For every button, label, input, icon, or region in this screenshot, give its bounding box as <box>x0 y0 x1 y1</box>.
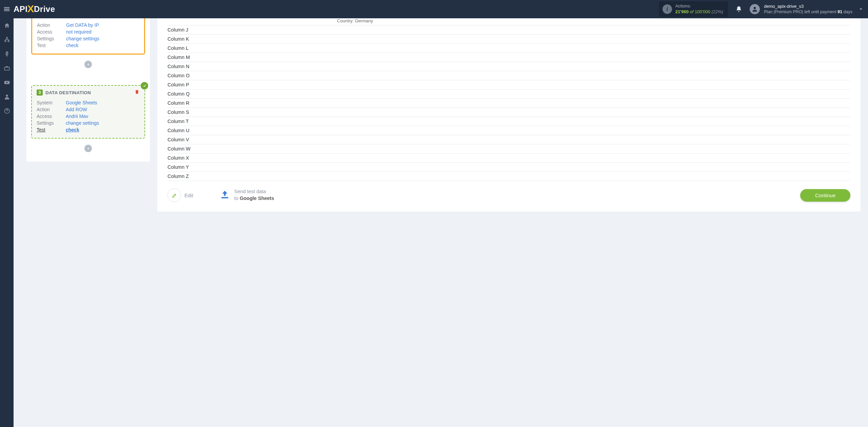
rail-connections[interactable] <box>0 33 14 47</box>
app-header: API X Drive i Actions: 21'960 of 100'000… <box>0 0 868 18</box>
table-row: Column O <box>167 71 850 80</box>
actions-label: Actions: <box>675 3 724 9</box>
row-link[interactable]: Andrii Mav <box>66 114 88 119</box>
logo-x-icon: X <box>27 3 35 15</box>
column-label: Column N <box>167 64 337 69</box>
plus-icon <box>86 147 90 150</box>
table-row: Column P <box>167 80 850 89</box>
table-row: Column U <box>167 126 850 135</box>
app-logo[interactable]: API X Drive <box>14 3 55 15</box>
table-row: Column N <box>167 62 850 71</box>
trash-icon <box>134 89 140 95</box>
plus-icon <box>86 63 90 66</box>
actions-usage-box[interactable]: i Actions: 21'960 of 100'000 (22%) <box>659 1 728 17</box>
logo-text-pre: API <box>14 4 28 14</box>
menu-toggle[interactable] <box>0 5 14 13</box>
logo-text-post: Drive <box>34 4 55 14</box>
row-key: Action <box>37 22 66 28</box>
column-label: Column K <box>167 36 337 42</box>
rail-video[interactable] <box>0 75 14 89</box>
table-row: Country: Germany <box>167 18 850 25</box>
column-label: Column L <box>167 45 337 51</box>
status-check-icon <box>141 82 148 89</box>
column-label: Column Q <box>167 91 337 97</box>
pencil-icon <box>167 188 181 202</box>
user-menu[interactable]: demo_apix-drive_s3 Plan |Premium PRO| le… <box>750 3 859 15</box>
row-link[interactable]: Get DATA by IP <box>66 22 99 28</box>
row-key: Settings <box>37 120 66 126</box>
briefcase-icon <box>4 65 10 72</box>
row-key: Settings <box>37 36 66 41</box>
cell-value: Country: Germany <box>337 18 373 23</box>
chevron-down-icon[interactable] <box>859 7 863 12</box>
footer-actions: Edit Send test data to Google Sheets Con… <box>167 188 850 202</box>
row-key: System <box>37 100 66 105</box>
home-icon <box>4 22 10 29</box>
row-link[interactable]: Add ROW <box>66 107 87 112</box>
column-label: Column W <box>167 146 337 151</box>
add-step-button[interactable] <box>84 145 92 152</box>
card-data-lookup: ActionGet DATA by IP Accessnot required … <box>31 18 145 55</box>
column-label: Column J <box>167 27 337 33</box>
actions-text: Actions: 21'960 of 100'000 (22%) <box>675 3 724 15</box>
table-row: Column M <box>167 53 850 62</box>
row-link[interactable]: check <box>66 43 79 48</box>
youtube-icon <box>4 79 10 86</box>
column-label: Column Y <box>167 164 337 170</box>
row-link-active[interactable]: check <box>66 127 79 133</box>
table-row: Column X <box>167 154 850 163</box>
card-title: DATA DESTINATION <box>45 90 91 95</box>
actions-pct: (22%) <box>712 9 724 14</box>
row-link[interactable]: change settings <box>66 120 99 126</box>
actions-of: of <box>690 9 694 14</box>
card-data-destination[interactable]: 3 DATA DESTINATION SystemGoogle Sheets A… <box>31 85 145 139</box>
rail-home[interactable] <box>0 18 14 33</box>
user-text: demo_apix-drive_s3 Plan |Premium PRO| le… <box>764 3 852 15</box>
actions-total: 100'000 <box>695 9 710 14</box>
table-row: Column V <box>167 135 850 144</box>
table-row: Column Y <box>167 163 850 172</box>
row-key: Access <box>37 29 66 35</box>
page-body: ActionGet DATA by IP Accessnot required … <box>14 0 868 211</box>
continue-button[interactable]: Continue <box>800 189 850 202</box>
table-row: Column R <box>167 99 850 108</box>
edit-button[interactable]: Edit <box>167 188 193 202</box>
table-row: Column T <box>167 117 850 126</box>
table-row: Column Q <box>167 89 850 99</box>
column-label: Column M <box>167 55 337 60</box>
row-link[interactable]: Google Sheets <box>66 100 97 105</box>
user-icon <box>4 94 10 100</box>
delete-step-button[interactable] <box>134 89 140 96</box>
column-label: Column Z <box>167 174 337 179</box>
column-label: Column V <box>167 137 337 142</box>
columns-table: Country: Germany Column JColumn KColumn … <box>167 18 850 181</box>
rail-projects[interactable] <box>0 61 14 75</box>
table-row: Column Z <box>167 172 850 181</box>
rail-billing[interactable] <box>0 47 14 61</box>
actions-used: 21'960 <box>675 9 689 14</box>
row-link[interactable]: not required <box>66 29 92 35</box>
column-label: Column U <box>167 128 337 133</box>
add-step-button[interactable] <box>84 61 92 68</box>
rail-help[interactable] <box>0 104 14 118</box>
edit-label: Edit <box>184 192 193 198</box>
table-row: Column L <box>167 44 850 53</box>
table-row: Column J <box>167 25 850 35</box>
table-row: Column K <box>167 35 850 44</box>
send-test-button[interactable]: Send test data to Google Sheets <box>220 188 274 202</box>
row-link[interactable]: change settings <box>66 36 99 41</box>
info-icon: i <box>663 4 672 14</box>
column-label: Column P <box>167 82 337 87</box>
row-key: Action <box>37 107 66 112</box>
upload-icon <box>220 189 230 201</box>
notifications-icon[interactable] <box>735 6 742 13</box>
help-icon <box>4 108 10 114</box>
table-row: Column S <box>167 108 850 117</box>
column-label: Column R <box>167 100 337 106</box>
user-plan: Plan |Premium PRO| left until payment 91… <box>764 9 852 15</box>
rail-account[interactable] <box>0 89 14 104</box>
svg-point-0 <box>754 7 756 9</box>
svg-point-2 <box>6 95 8 97</box>
row-key: Access <box>37 114 66 119</box>
hamburger-icon <box>3 5 11 13</box>
